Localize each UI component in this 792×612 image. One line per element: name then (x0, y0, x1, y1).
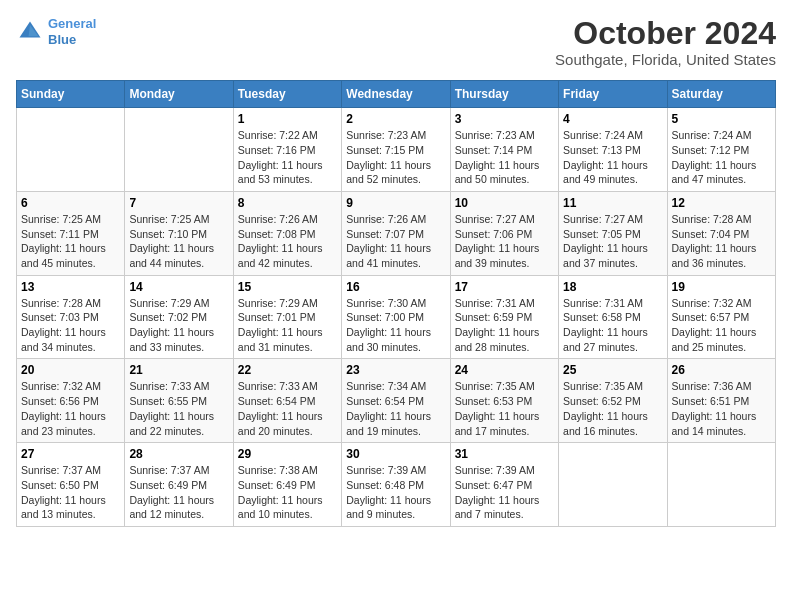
calendar-cell: 5Sunrise: 7:24 AM Sunset: 7:12 PM Daylig… (667, 108, 775, 192)
day-number: 18 (563, 280, 662, 294)
page-subtitle: Southgate, Florida, United States (555, 51, 776, 68)
day-number: 25 (563, 363, 662, 377)
day-number: 17 (455, 280, 554, 294)
day-number: 1 (238, 112, 337, 126)
day-number: 4 (563, 112, 662, 126)
day-number: 31 (455, 447, 554, 461)
day-number: 21 (129, 363, 228, 377)
day-number: 20 (21, 363, 120, 377)
weekday-header: Saturday (667, 81, 775, 108)
calendar-cell: 12Sunrise: 7:28 AM Sunset: 7:04 PM Dayli… (667, 191, 775, 275)
weekday-header: Thursday (450, 81, 558, 108)
calendar-cell: 16Sunrise: 7:30 AM Sunset: 7:00 PM Dayli… (342, 275, 450, 359)
day-info: Sunrise: 7:37 AM Sunset: 6:49 PM Dayligh… (129, 463, 228, 522)
calendar-week-row: 1Sunrise: 7:22 AM Sunset: 7:16 PM Daylig… (17, 108, 776, 192)
logo: General Blue (16, 16, 96, 47)
day-number: 16 (346, 280, 445, 294)
day-number: 7 (129, 196, 228, 210)
calendar-week-row: 27Sunrise: 7:37 AM Sunset: 6:50 PM Dayli… (17, 443, 776, 527)
day-info: Sunrise: 7:29 AM Sunset: 7:01 PM Dayligh… (238, 296, 337, 355)
day-number: 28 (129, 447, 228, 461)
calendar-cell (667, 443, 775, 527)
day-info: Sunrise: 7:22 AM Sunset: 7:16 PM Dayligh… (238, 128, 337, 187)
day-info: Sunrise: 7:25 AM Sunset: 7:10 PM Dayligh… (129, 212, 228, 271)
calendar-cell: 29Sunrise: 7:38 AM Sunset: 6:49 PM Dayli… (233, 443, 341, 527)
day-number: 30 (346, 447, 445, 461)
day-info: Sunrise: 7:36 AM Sunset: 6:51 PM Dayligh… (672, 379, 771, 438)
day-number: 3 (455, 112, 554, 126)
day-info: Sunrise: 7:39 AM Sunset: 6:47 PM Dayligh… (455, 463, 554, 522)
calendar-cell: 25Sunrise: 7:35 AM Sunset: 6:52 PM Dayli… (559, 359, 667, 443)
day-number: 26 (672, 363, 771, 377)
logo-text: General Blue (48, 16, 96, 47)
day-number: 6 (21, 196, 120, 210)
day-info: Sunrise: 7:26 AM Sunset: 7:08 PM Dayligh… (238, 212, 337, 271)
calendar-cell: 27Sunrise: 7:37 AM Sunset: 6:50 PM Dayli… (17, 443, 125, 527)
calendar-cell: 31Sunrise: 7:39 AM Sunset: 6:47 PM Dayli… (450, 443, 558, 527)
weekday-header: Wednesday (342, 81, 450, 108)
calendar-cell: 4Sunrise: 7:24 AM Sunset: 7:13 PM Daylig… (559, 108, 667, 192)
day-info: Sunrise: 7:38 AM Sunset: 6:49 PM Dayligh… (238, 463, 337, 522)
header-row: SundayMondayTuesdayWednesdayThursdayFrid… (17, 81, 776, 108)
day-number: 24 (455, 363, 554, 377)
calendar-cell: 30Sunrise: 7:39 AM Sunset: 6:48 PM Dayli… (342, 443, 450, 527)
day-info: Sunrise: 7:25 AM Sunset: 7:11 PM Dayligh… (21, 212, 120, 271)
calendar-header: SundayMondayTuesdayWednesdayThursdayFrid… (17, 81, 776, 108)
weekday-header: Friday (559, 81, 667, 108)
day-info: Sunrise: 7:27 AM Sunset: 7:05 PM Dayligh… (563, 212, 662, 271)
day-info: Sunrise: 7:33 AM Sunset: 6:54 PM Dayligh… (238, 379, 337, 438)
calendar-cell: 28Sunrise: 7:37 AM Sunset: 6:49 PM Dayli… (125, 443, 233, 527)
calendar-cell: 10Sunrise: 7:27 AM Sunset: 7:06 PM Dayli… (450, 191, 558, 275)
day-number: 12 (672, 196, 771, 210)
day-info: Sunrise: 7:28 AM Sunset: 7:04 PM Dayligh… (672, 212, 771, 271)
day-info: Sunrise: 7:34 AM Sunset: 6:54 PM Dayligh… (346, 379, 445, 438)
calendar-cell (559, 443, 667, 527)
calendar-cell: 13Sunrise: 7:28 AM Sunset: 7:03 PM Dayli… (17, 275, 125, 359)
calendar-cell: 18Sunrise: 7:31 AM Sunset: 6:58 PM Dayli… (559, 275, 667, 359)
day-info: Sunrise: 7:33 AM Sunset: 6:55 PM Dayligh… (129, 379, 228, 438)
calendar-week-row: 6Sunrise: 7:25 AM Sunset: 7:11 PM Daylig… (17, 191, 776, 275)
weekday-header: Tuesday (233, 81, 341, 108)
day-info: Sunrise: 7:23 AM Sunset: 7:15 PM Dayligh… (346, 128, 445, 187)
day-number: 15 (238, 280, 337, 294)
calendar-cell: 15Sunrise: 7:29 AM Sunset: 7:01 PM Dayli… (233, 275, 341, 359)
calendar-cell: 24Sunrise: 7:35 AM Sunset: 6:53 PM Dayli… (450, 359, 558, 443)
calendar-cell: 9Sunrise: 7:26 AM Sunset: 7:07 PM Daylig… (342, 191, 450, 275)
calendar-week-row: 13Sunrise: 7:28 AM Sunset: 7:03 PM Dayli… (17, 275, 776, 359)
day-number: 27 (21, 447, 120, 461)
calendar-cell: 3Sunrise: 7:23 AM Sunset: 7:14 PM Daylig… (450, 108, 558, 192)
weekday-header: Sunday (17, 81, 125, 108)
day-number: 5 (672, 112, 771, 126)
calendar-cell (125, 108, 233, 192)
calendar-cell: 14Sunrise: 7:29 AM Sunset: 7:02 PM Dayli… (125, 275, 233, 359)
calendar-cell: 19Sunrise: 7:32 AM Sunset: 6:57 PM Dayli… (667, 275, 775, 359)
calendar-cell: 17Sunrise: 7:31 AM Sunset: 6:59 PM Dayli… (450, 275, 558, 359)
logo-line2: Blue (48, 32, 76, 47)
day-info: Sunrise: 7:30 AM Sunset: 7:00 PM Dayligh… (346, 296, 445, 355)
day-number: 14 (129, 280, 228, 294)
day-number: 10 (455, 196, 554, 210)
weekday-header: Monday (125, 81, 233, 108)
calendar-cell: 21Sunrise: 7:33 AM Sunset: 6:55 PM Dayli… (125, 359, 233, 443)
calendar-cell: 1Sunrise: 7:22 AM Sunset: 7:16 PM Daylig… (233, 108, 341, 192)
calendar-body: 1Sunrise: 7:22 AM Sunset: 7:16 PM Daylig… (17, 108, 776, 527)
day-info: Sunrise: 7:24 AM Sunset: 7:12 PM Dayligh… (672, 128, 771, 187)
day-number: 2 (346, 112, 445, 126)
calendar-table: SundayMondayTuesdayWednesdayThursdayFrid… (16, 80, 776, 527)
day-info: Sunrise: 7:31 AM Sunset: 6:58 PM Dayligh… (563, 296, 662, 355)
day-info: Sunrise: 7:32 AM Sunset: 6:56 PM Dayligh… (21, 379, 120, 438)
day-info: Sunrise: 7:39 AM Sunset: 6:48 PM Dayligh… (346, 463, 445, 522)
calendar-cell: 26Sunrise: 7:36 AM Sunset: 6:51 PM Dayli… (667, 359, 775, 443)
calendar-cell: 6Sunrise: 7:25 AM Sunset: 7:11 PM Daylig… (17, 191, 125, 275)
day-number: 19 (672, 280, 771, 294)
day-info: Sunrise: 7:35 AM Sunset: 6:52 PM Dayligh… (563, 379, 662, 438)
page-title: October 2024 (555, 16, 776, 51)
day-info: Sunrise: 7:29 AM Sunset: 7:02 PM Dayligh… (129, 296, 228, 355)
calendar-cell (17, 108, 125, 192)
day-number: 9 (346, 196, 445, 210)
day-info: Sunrise: 7:32 AM Sunset: 6:57 PM Dayligh… (672, 296, 771, 355)
calendar-cell: 20Sunrise: 7:32 AM Sunset: 6:56 PM Dayli… (17, 359, 125, 443)
calendar-cell: 11Sunrise: 7:27 AM Sunset: 7:05 PM Dayli… (559, 191, 667, 275)
title-block: October 2024 Southgate, Florida, United … (555, 16, 776, 68)
calendar-cell: 8Sunrise: 7:26 AM Sunset: 7:08 PM Daylig… (233, 191, 341, 275)
